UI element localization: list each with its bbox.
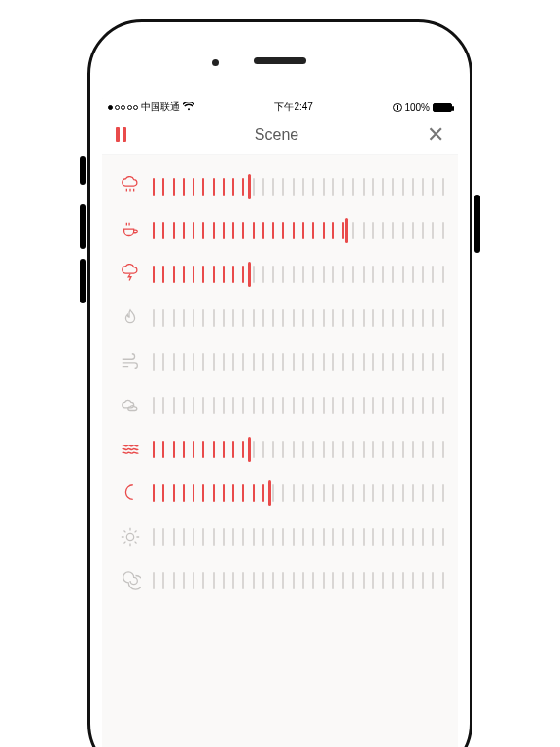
swirl-icon[interactable]: [116, 570, 145, 591]
phone-power-button: [474, 195, 480, 253]
sound-row: [116, 427, 444, 471]
phone-speaker: [254, 57, 306, 64]
battery-pct-label: 100%: [404, 102, 430, 113]
volume-slider[interactable]: [153, 175, 444, 198]
sound-row: [116, 296, 444, 339]
sound-row: [116, 471, 444, 515]
volume-slider[interactable]: [153, 481, 444, 505]
volume-slider[interactable]: [153, 219, 444, 242]
orientation-lock-icon: [393, 103, 402, 112]
sound-row: [116, 558, 444, 602]
sound-row: [116, 339, 444, 383]
carrier-label: 中国联通: [141, 100, 180, 114]
status-bar: 中国联通 下午2:47 100%: [102, 98, 458, 116]
phone-volume-down: [80, 259, 86, 303]
phone-frame: 中国联通 下午2:47 100% Scene ✕: [88, 19, 472, 747]
volume-slider[interactable]: [153, 438, 444, 461]
signal-strength-icon: [108, 105, 138, 110]
clock-label: 下午2:47: [274, 100, 312, 114]
app-screen: 中国联通 下午2:47 100% Scene ✕: [102, 98, 458, 747]
thunder-icon[interactable]: [116, 264, 145, 285]
sound-row: [116, 515, 444, 558]
volume-slider[interactable]: [153, 350, 444, 374]
fire-icon[interactable]: [116, 307, 145, 329]
wind-icon[interactable]: [116, 351, 145, 373]
battery-icon: [433, 103, 452, 112]
phone-mute-switch: [80, 156, 86, 185]
wifi-icon: [183, 102, 194, 113]
waves-icon[interactable]: [116, 439, 145, 460]
rain-icon[interactable]: [116, 176, 145, 197]
volume-slider[interactable]: [153, 525, 444, 549]
sound-row: [116, 208, 444, 252]
sound-mixer-list: [102, 155, 458, 602]
phone-volume-up: [80, 204, 86, 249]
sound-row: [116, 383, 444, 427]
volume-slider[interactable]: [153, 394, 444, 417]
clouds-icon[interactable]: [116, 395, 145, 416]
coffee-icon[interactable]: [116, 220, 145, 241]
phone-camera: [212, 59, 219, 66]
moon-icon[interactable]: [116, 482, 145, 504]
sun-icon[interactable]: [116, 526, 145, 548]
sound-row: [116, 252, 444, 296]
nav-bar: Scene ✕: [102, 116, 458, 155]
page-title: Scene: [255, 126, 298, 144]
volume-slider[interactable]: [153, 263, 444, 286]
sound-row: [116, 164, 444, 208]
pause-button[interactable]: [116, 127, 126, 142]
volume-slider[interactable]: [153, 569, 444, 592]
slider-thumb[interactable]: [268, 480, 271, 506]
volume-slider[interactable]: [153, 306, 444, 330]
close-button[interactable]: ✕: [427, 124, 444, 146]
